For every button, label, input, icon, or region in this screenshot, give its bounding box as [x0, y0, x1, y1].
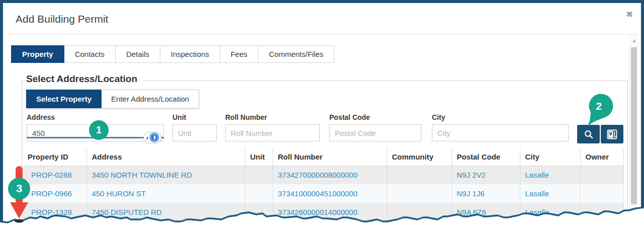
- close-icon[interactable]: ✖: [626, 10, 633, 19]
- col-unit: Unit: [245, 148, 272, 166]
- cell-city[interactable]: Lasalle: [520, 166, 580, 184]
- postal-code-field-group: Postal Code: [329, 113, 421, 141]
- postal-code-input[interactable]: [329, 124, 421, 141]
- table-row[interactable]: PROP-0966 450 HURON ST 37341000004510000…: [23, 184, 623, 203]
- tab-contacts[interactable]: Contacts: [64, 45, 116, 63]
- roll-number-input[interactable]: [225, 124, 320, 141]
- cell-postal-code[interactable]: N9J 1J6: [451, 184, 520, 203]
- address-mode-subtabs: Select Property Enter Address/Location: [26, 90, 199, 108]
- city-field-group: City: [432, 113, 569, 141]
- cell-postal-code[interactable]: N9J 2V2: [451, 166, 520, 184]
- title-divider: [6, 34, 638, 35]
- cell-community: [387, 184, 451, 203]
- col-community: Community: [387, 148, 451, 166]
- col-city: City: [520, 148, 580, 166]
- tab-property[interactable]: Property: [11, 45, 64, 63]
- cell-city[interactable]: Lasalle: [520, 184, 580, 203]
- autofill-widget[interactable]: ›: [143, 132, 161, 143]
- dialog-title: Add Building Permit: [16, 13, 108, 25]
- postal-code-label: Postal Code: [329, 113, 421, 121]
- unit-field-group: Unit: [172, 113, 217, 141]
- torn-edge-decoration: [0, 203, 644, 228]
- chevron-right-icon: ›: [146, 134, 148, 141]
- cell-roll-number[interactable]: 3734100000451000000: [272, 184, 387, 203]
- annotation-step-3: 3: [8, 178, 30, 200]
- cell-property-id[interactable]: PROP-0288: [23, 166, 86, 184]
- onepassword-icon[interactable]: [150, 133, 158, 141]
- table-header-row: Property ID Address Unit Roll Number Com…: [23, 148, 623, 166]
- cell-roll-number[interactable]: 3734270000008000000: [272, 166, 387, 184]
- section-legend: Select Address/Location: [25, 73, 143, 85]
- scrollbar-thumb[interactable]: [631, 47, 637, 204]
- cell-community: [387, 166, 451, 184]
- tab-details[interactable]: Details: [116, 45, 160, 63]
- unit-label: Unit: [172, 113, 217, 121]
- tab-comments-files[interactable]: Comments/Files: [258, 45, 334, 63]
- col-roll-number: Roll Number: [272, 148, 387, 166]
- search-icon: [584, 129, 594, 139]
- col-property-id: Property ID: [23, 148, 86, 166]
- tab-inspections[interactable]: Inspections: [160, 45, 220, 63]
- cell-unit: [245, 166, 272, 184]
- address-label: Address: [27, 113, 164, 121]
- tab-fees[interactable]: Fees: [220, 45, 258, 63]
- table-row[interactable]: PROP-0288 3450 NORTH TOWNLINE RD 3734270…: [23, 166, 623, 184]
- col-address: Address: [86, 148, 245, 166]
- scroll-up-icon[interactable]: ▲: [630, 38, 638, 43]
- cell-address[interactable]: 450 HURON ST: [86, 184, 245, 203]
- roll-number-label: Roll Number: [225, 113, 320, 121]
- cell-owner: [580, 166, 623, 184]
- col-postal-code: Postal Code: [451, 148, 520, 166]
- vertical-scrollbar[interactable]: ▲: [629, 35, 638, 228]
- city-input[interactable]: [432, 124, 569, 141]
- map-book-icon: [607, 129, 617, 139]
- cell-unit: [245, 184, 272, 203]
- roll-number-field-group: Roll Number: [225, 113, 320, 141]
- subtab-enter-address-location[interactable]: Enter Address/Location: [102, 90, 199, 108]
- annotation-step-1: 1: [89, 120, 109, 140]
- cell-address[interactable]: 3450 NORTH TOWNLINE RD: [86, 166, 245, 184]
- unit-input[interactable]: [172, 124, 217, 141]
- add-building-permit-dialog: Add Building Permit ✖ Property Contacts …: [0, 0, 644, 228]
- permit-tabs: Property Contacts Details Inspections Fe…: [11, 45, 334, 63]
- annotation-step-2: 2: [583, 93, 614, 130]
- cell-property-id[interactable]: PROP-0966: [23, 184, 86, 203]
- cell-owner: [580, 184, 623, 203]
- col-owner: Owner: [580, 148, 623, 166]
- city-label: City: [432, 113, 569, 121]
- svg-text:2: 2: [596, 100, 602, 112]
- subtab-select-property[interactable]: Select Property: [26, 90, 102, 108]
